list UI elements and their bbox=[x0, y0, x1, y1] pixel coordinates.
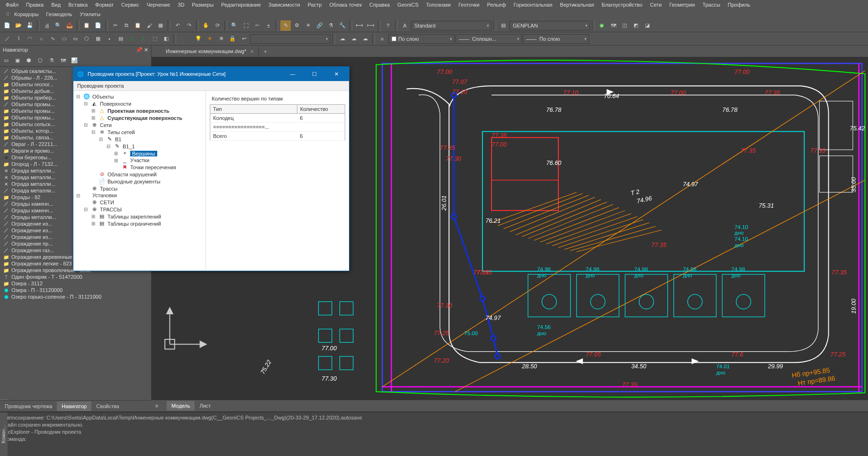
layer-prev-icon[interactable]: ↩ bbox=[239, 34, 249, 44]
table-icon[interactable]: ▤ bbox=[116, 34, 126, 44]
menu-item[interactable]: Геомодель bbox=[42, 10, 76, 18]
tool-icon[interactable]: ◪ bbox=[642, 20, 653, 31]
layer-state-icon[interactable]: ☁ bbox=[349, 34, 359, 44]
close-button[interactable]: ✕ bbox=[327, 67, 345, 81]
maximize-button[interactable]: ☐ bbox=[305, 67, 323, 81]
freeze-icon[interactable]: ❄ bbox=[216, 34, 226, 44]
preview-icon[interactable]: 🔍 bbox=[53, 20, 63, 31]
nav-item[interactable]: 📁Озера - 3112 bbox=[1, 280, 150, 287]
zoom-window-icon[interactable]: 🔍 bbox=[229, 20, 240, 31]
nav-item[interactable]: ⬣Озеро горько-соленое - П - 31121000 bbox=[1, 293, 150, 300]
linetype-icon[interactable]: ≡ bbox=[377, 34, 387, 44]
copy-icon[interactable]: 📋 bbox=[81, 20, 92, 31]
minimize-button[interactable]: ― bbox=[284, 67, 302, 81]
pin-icon[interactable]: 📌 bbox=[136, 47, 143, 53]
menu-item[interactable]: Топознаки bbox=[422, 0, 455, 9]
menu-item[interactable]: Утилиты bbox=[76, 10, 105, 18]
tree-node-tabfix[interactable]: ⊞▤Таблицы закреплений bbox=[75, 213, 204, 220]
excel2-icon[interactable]: X bbox=[138, 34, 149, 44]
excel-icon[interactable]: X bbox=[127, 34, 137, 44]
region-icon[interactable]: ⬚ bbox=[150, 34, 160, 44]
tree-node-seti[interactable]: ⊕СЕТИ bbox=[75, 199, 204, 206]
dim-icon[interactable]: ⟷ bbox=[354, 20, 365, 31]
command-window[interactable]: Автосохранение: C:\Users\Sveta\AppData\L… bbox=[0, 411, 868, 456]
help-icon[interactable]: ? bbox=[383, 20, 393, 31]
menu-item[interactable]: Благоустройство bbox=[598, 0, 646, 9]
tree-node-tablim[interactable]: ⊞▤Таблицы ограничений bbox=[75, 220, 204, 227]
menu-item[interactable]: Растр bbox=[304, 0, 326, 9]
tab-model[interactable]: Модель bbox=[167, 401, 195, 410]
gear-icon[interactable]: ⚙ bbox=[292, 20, 302, 31]
menu-item[interactable]: Формат bbox=[91, 0, 117, 9]
rect-icon[interactable]: ▭ bbox=[70, 34, 81, 44]
blocks-icon[interactable]: ▦ bbox=[155, 20, 166, 31]
tab-drawing-explorer[interactable]: Проводник чертежа bbox=[0, 401, 57, 411]
tab-navigator[interactable]: Навигатор bbox=[57, 401, 91, 411]
zoom-prev-icon[interactable]: ⤺ bbox=[252, 20, 262, 31]
menu-item[interactable]: 3D bbox=[174, 0, 188, 9]
tool-icon[interactable]: ◩ bbox=[631, 20, 641, 31]
layer-combo[interactable]: GENPLAN bbox=[510, 21, 590, 30]
nav-item[interactable]: ⬣Озера - П - 31120000 bbox=[1, 287, 150, 293]
nav-tool-icon[interactable]: ▭ bbox=[1, 55, 11, 66]
highlight-icon[interactable]: ✎ bbox=[280, 20, 291, 31]
new-tab-icon[interactable]: ＋ bbox=[259, 46, 272, 57]
circle-icon[interactable]: ○ bbox=[36, 34, 46, 44]
tree-node-violations[interactable]: ⊘Области нарушений bbox=[75, 171, 204, 178]
undo-icon[interactable]: ↶ bbox=[172, 20, 183, 31]
menu-item[interactable]: Файл bbox=[2, 0, 22, 9]
menu-item[interactable]: Вставка bbox=[64, 0, 91, 9]
menu-item[interactable]: Вертикальная bbox=[556, 0, 598, 9]
menu-item[interactable]: Трассы bbox=[699, 0, 724, 9]
cmd-prompt[interactable]: Команда: bbox=[4, 436, 864, 443]
menu-item[interactable]: Зависимости bbox=[265, 0, 304, 9]
tree-node-trassy[interactable]: ⊟⊕ТРАССЫ bbox=[75, 206, 204, 213]
tab-properties[interactable]: Свойства bbox=[91, 401, 124, 411]
tree-node-objects[interactable]: ⊟🌐Объекты bbox=[75, 93, 204, 100]
save-icon[interactable]: 💾 bbox=[25, 20, 35, 31]
tree-node-proj-surface[interactable]: ⊞△Проектная поверхность bbox=[75, 107, 204, 114]
menu-item[interactable]: Черчение bbox=[143, 0, 174, 9]
menu-item[interactable]: Редактирование bbox=[217, 0, 265, 9]
zoom-extents-icon[interactable]: ⛶ bbox=[241, 20, 251, 31]
map-icon[interactable]: 🗺 bbox=[608, 20, 618, 31]
menu-item[interactable]: Сервис bbox=[117, 0, 143, 9]
print-icon[interactable]: 🖨 bbox=[42, 20, 52, 31]
layer-filter-icon[interactable]: ☁ bbox=[337, 34, 348, 44]
polygon-icon[interactable]: ⬠ bbox=[81, 34, 92, 44]
geonics-icon[interactable]: ◉ bbox=[597, 20, 607, 31]
nav-item[interactable]: ᛉОдин фонарик - Т - 51472000 bbox=[1, 274, 150, 280]
dim2-icon[interactable]: ⟼ bbox=[366, 20, 376, 31]
menu-item[interactable]: Геоточки bbox=[455, 0, 483, 9]
document-tab[interactable]: Инженерные коммуникации.dwg* ✕ bbox=[161, 46, 259, 56]
line-icon[interactable]: ／ bbox=[2, 34, 12, 44]
bulb-icon[interactable]: 💡 bbox=[193, 34, 204, 44]
linetype-combo[interactable]: ——Сплошн... bbox=[456, 34, 522, 44]
window-titlebar[interactable]: 🌐 Проводник проекта [Проект: Урок №1 Инж… bbox=[73, 67, 349, 81]
text-style-combo[interactable]: Standard bbox=[411, 21, 492, 30]
nav-tool-icon[interactable]: ▣ bbox=[12, 55, 23, 66]
nav-tool-icon[interactable]: ⬡ bbox=[35, 55, 45, 66]
new-icon[interactable]: 📄 bbox=[2, 20, 12, 31]
paste-icon[interactable]: 📄 bbox=[93, 20, 103, 31]
point-icon[interactable]: • bbox=[104, 34, 115, 44]
menu-item[interactable]: Правка bbox=[22, 0, 47, 9]
menu-item[interactable]: Коридоры bbox=[10, 10, 42, 18]
lock-icon[interactable]: 🔒 bbox=[227, 34, 238, 44]
tree-node-surfaces[interactable]: ⊟◭Поверхности bbox=[75, 100, 204, 107]
menu-item[interactable]: Сети bbox=[646, 0, 666, 9]
tree-node-nets[interactable]: ⊟⊕Сети bbox=[75, 121, 204, 128]
text-icon[interactable]: A bbox=[400, 20, 410, 31]
close-tab-icon[interactable]: ✕ bbox=[250, 49, 254, 54]
cut-icon[interactable]: ✂ bbox=[110, 20, 120, 31]
menu-item[interactable]: Размеры bbox=[188, 0, 217, 9]
tree-node-exist-surface[interactable]: ⊞△Существующая поверхность bbox=[75, 114, 204, 121]
hatch-icon[interactable]: ▦ bbox=[93, 34, 103, 44]
sun-icon[interactable]: ☀ bbox=[205, 34, 215, 44]
close-icon[interactable]: ✕ bbox=[144, 47, 148, 53]
menu-item[interactable]: Рельеф bbox=[483, 0, 510, 9]
color-combo[interactable] bbox=[250, 34, 331, 44]
tree-node-installs[interactable]: ⊟Установки bbox=[75, 192, 204, 199]
layer-icon[interactable]: ▤ bbox=[498, 20, 509, 31]
menu-item[interactable]: Профиль bbox=[724, 0, 754, 9]
